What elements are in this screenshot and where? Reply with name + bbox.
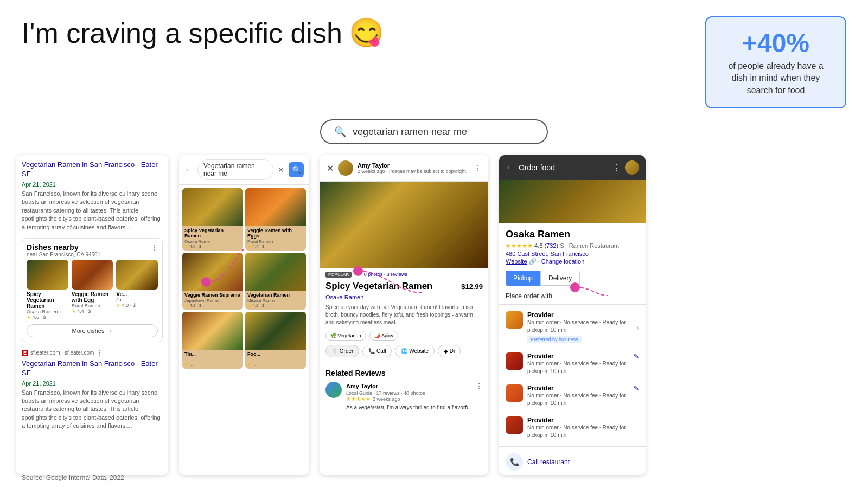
call-restaurant-label: Call restaurant (527, 458, 570, 466)
title-emoji: 😋 (349, 16, 384, 49)
article-1-title[interactable]: Vegetarian Ramen in San Francisco - Eate… (22, 160, 163, 179)
call-restaurant-row[interactable]: 📞 Call restaurant (499, 449, 646, 475)
dish-card-3[interactable]: Ve... Ja... ★ 4.3 · $ (116, 260, 158, 320)
provider-row-4[interactable]: Provider No min order · No service fee ·… (499, 412, 646, 444)
image-3 (182, 253, 243, 291)
panel-3-header: ✕ Amy Taylor 2 weeks ago · Images may be… (320, 155, 488, 182)
detail-menu-icon[interactable]: ⋮ (474, 164, 482, 172)
eater-menu-icon[interactable]: ⋮ (96, 349, 104, 357)
photos-reviews[interactable]: 8 photos · 3 reviews (364, 272, 407, 277)
clear-search-icon[interactable]: ✕ (278, 165, 284, 174)
provider-row-3[interactable]: Provider No min order · No service fee ·… (499, 380, 646, 412)
provider-info-2: Provider No min order · No service fee ·… (527, 352, 629, 375)
pickup-tab[interactable]: Pickup (506, 271, 540, 286)
source-text: Source: Google Internal Data, 2022 (22, 474, 124, 481)
provider-arrow-icon-1: › (636, 323, 639, 332)
dish-card-1[interactable]: Spicy Vegetarian Ramen Osaka Ramen ★ 4.6… (27, 260, 68, 320)
dish-card-2[interactable]: Veggie Ramen with Egg Rural Ramen ★ 4.4 … (72, 260, 113, 320)
search-bar[interactable]: 🔍 vegetarian ramen near me (320, 119, 548, 144)
provider-details-3: No min order · No service fee · Ready fo… (527, 392, 629, 407)
order-button[interactable]: 🍴 Order (326, 345, 359, 357)
restaurant-links: Website 🔗 · Change location (506, 258, 639, 265)
change-location-link[interactable]: Change location (541, 258, 585, 265)
provider-logo-2 (506, 352, 523, 370)
provider-details-1: No min order · No service fee · Ready fo… (527, 319, 632, 334)
link-icon: 🔗 · (529, 258, 541, 265)
dish-rating-2: ★ 4.4 · $ (72, 309, 113, 314)
main-title: I'm craving a specific dish 😋 (22, 16, 384, 49)
pickup-delivery-tabs: Pickup Delivery (499, 271, 646, 290)
provider-name-2: Provider (527, 352, 629, 360)
dishes-menu-icon[interactable]: ⋮ (150, 243, 158, 252)
rating-count[interactable]: (732) (544, 242, 558, 249)
eater-source-url: sf.eater.com · sf.eater.com (30, 350, 94, 356)
related-reviews-title: Related Reviews (326, 369, 483, 377)
call-button-detail[interactable]: 📞 Call (362, 345, 392, 357)
poster-avatar (338, 160, 353, 176)
article-2-title[interactable]: Vegetarian Ramen in San Francisco - Eate… (22, 359, 163, 378)
image-card-2[interactable]: Veggie Ramen with Eggs Rural Ramen ★ 4.4… (245, 188, 306, 251)
tag-spicy[interactable]: 🌶️ Spicy (369, 331, 399, 341)
provider-edit-icon-2[interactable]: ✎ (634, 352, 639, 360)
panel-search-results: Vegetarian Ramen in San Francisco - Eate… (16, 155, 168, 475)
image-card-6[interactable]: Foo... ... ★ ... (245, 312, 306, 369)
article-2-date: Apr 21, 2021 — (22, 380, 163, 387)
close-detail-icon[interactable]: ✕ (327, 163, 334, 174)
reviewer-stars: ★★★★★ (346, 396, 371, 402)
provider-row-2[interactable]: Provider No min order · No service fee ·… (499, 348, 646, 380)
more-dishes-button[interactable]: More dishes → (27, 324, 158, 337)
panel-2-search-display[interactable]: Vegetarian ramen near me (197, 159, 273, 180)
more-dishes-arrow-icon: → (106, 328, 112, 334)
delivery-tab[interactable]: Delivery (540, 271, 580, 286)
order-panel-title: Order food (519, 163, 608, 172)
page-header: I'm craving a specific dish 😋 +40% of pe… (0, 0, 868, 114)
dish-name-3: Ve... (116, 291, 158, 297)
provider-info-4: Provider No min order · No service fee ·… (527, 416, 639, 439)
image-card-4[interactable]: Vegetarian Ramen Misaka Ramen ★ 4.2 · $ (245, 253, 306, 310)
more-button[interactable]: ◆ Di (438, 345, 461, 357)
provider-row-1[interactable]: Provider No min order · No service fee ·… (499, 307, 646, 348)
back-arrow-order-icon[interactable]: ← (506, 163, 514, 172)
restaurant-stars: ★★★★★ (506, 242, 533, 249)
img-label-4: Vegetarian Ramen (245, 291, 306, 298)
search-button-blue[interactable]: 🔍 (289, 162, 304, 177)
restaurant-address[interactable]: 480 Cast Street, San Francisco (506, 251, 639, 257)
tag-vegetarian[interactable]: 🌿 Vegetarian (326, 331, 366, 341)
dishes-grid: Spicy Vegetarian Ramen Osaka Ramen ★ 4.6… (27, 260, 158, 320)
back-arrow-icon[interactable]: ← (184, 165, 193, 175)
image-card-3[interactable]: Veggie Ramen Supreme Japantown Ramen ★ 4… (182, 253, 243, 310)
img-sub-1: Osaka Ramen (182, 239, 243, 244)
stat-text: of people already have a dish in mind wh… (719, 60, 832, 97)
img-label-2: Veggie Ramen with Eggs (245, 226, 306, 239)
provider-logo-1 (506, 311, 523, 329)
img-sub-2: Rural Ramen (245, 239, 306, 244)
reviewer-name: Amy Taylor (346, 383, 378, 389)
dishes-location: near San Francisco, CA 94501 (27, 252, 100, 258)
dish-name-2: Veggie Ramen with Egg (72, 291, 113, 303)
img-label-6: Foo... (245, 350, 306, 357)
website-button[interactable]: 🌐 Website (395, 345, 435, 357)
dish-restaurant-2: Rural Ramen (72, 303, 113, 309)
provider-name-1: Provider (527, 311, 632, 319)
search-icon: 🔍 (334, 126, 346, 138)
provider-edit-icon-3[interactable]: ✎ (634, 384, 639, 392)
img-sub-3: Japantown Ramen (182, 298, 243, 303)
eater-logo: E (22, 350, 28, 356)
reviewer-menu-icon[interactable]: ⋮ (475, 382, 483, 390)
article-2-text: San Francisco, known for its diverse cul… (22, 389, 163, 431)
dish-detail-name: Spicy Vegetarian Ramen (326, 281, 432, 292)
image-1 (182, 188, 243, 226)
provider-logo-3 (506, 384, 523, 402)
reviewer-text: As a vegetarian, I'm always thrilled to … (346, 404, 483, 412)
img-label-1: Spicy Vegetarian Ramen (182, 226, 243, 239)
image-card-1[interactable]: Spicy Vegetarian Ramen Osaka Ramen ★ 4.6… (182, 188, 243, 251)
dish-image-1 (27, 260, 68, 290)
order-menu-icon[interactable]: ⋮ (612, 163, 621, 173)
image-card-5[interactable]: Thi... ... ★ ... (182, 312, 243, 369)
dish-restaurant-1: Osaka Ramen (27, 309, 68, 314)
website-link[interactable]: Website (506, 258, 527, 265)
panel-image-search: ← Vegetarian ramen near me ✕ 🔍 Spicy Veg… (179, 155, 309, 475)
dish-detail-restaurant[interactable]: Osaka Ramen (320, 294, 488, 304)
image-6 (245, 312, 306, 350)
restaurant-name: Osaka Ramen (506, 229, 639, 240)
